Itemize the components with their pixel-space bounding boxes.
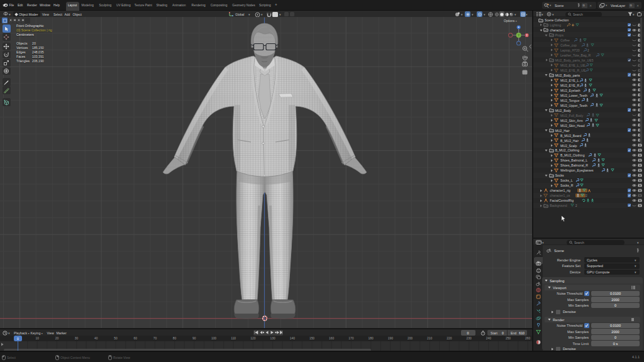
svg-text:Y: Y: [518, 34, 519, 37]
svg-text:X: X: [526, 34, 528, 37]
